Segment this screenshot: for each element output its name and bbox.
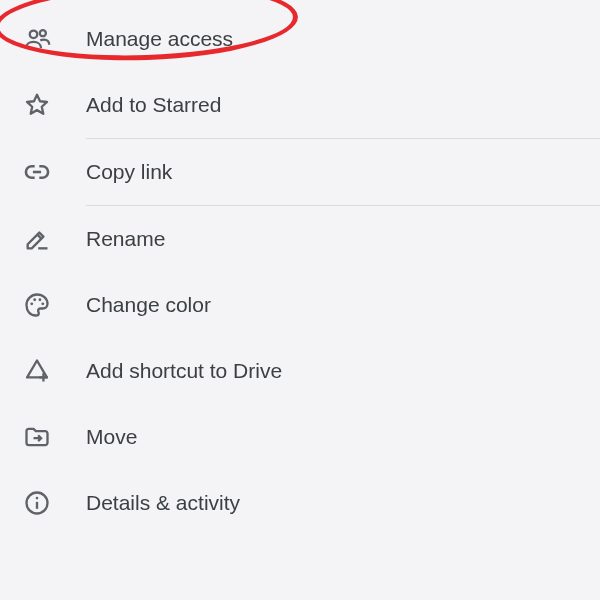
move-icon [22,422,52,452]
menu-item-label: Rename [86,227,165,251]
rename-icon [22,224,52,254]
svg-point-7 [36,497,39,500]
menu-item-label: Add to Starred [86,93,221,117]
menu-item-details[interactable]: Details & activity [0,470,600,536]
menu-item-label: Add shortcut to Drive [86,359,282,383]
menu-item-label: Details & activity [86,491,240,515]
shortcut-icon [22,356,52,386]
menu-item-manage-access[interactable]: Manage access [0,6,600,72]
link-icon [22,157,52,187]
menu-item-label: Move [86,425,137,449]
svg-point-4 [39,298,42,301]
menu-item-label: Manage access [86,27,233,51]
menu-item-label: Change color [86,293,211,317]
svg-point-1 [40,30,46,36]
star-icon [22,90,52,120]
svg-point-3 [33,298,36,301]
context-menu: Manage access Add to Starred Copy link R… [0,0,600,536]
menu-item-copy-link[interactable]: Copy link [0,139,600,205]
menu-item-add-shortcut[interactable]: Add shortcut to Drive [0,338,600,404]
menu-item-change-color[interactable]: Change color [0,272,600,338]
palette-icon [22,290,52,320]
menu-item-label: Copy link [86,160,172,184]
svg-point-5 [41,302,44,305]
people-icon [22,24,52,54]
menu-item-add-starred[interactable]: Add to Starred [0,72,600,138]
menu-item-move[interactable]: Move [0,404,600,470]
menu-item-rename[interactable]: Rename [0,206,600,272]
svg-point-0 [30,31,37,38]
svg-point-2 [30,302,33,305]
info-icon [22,488,52,518]
